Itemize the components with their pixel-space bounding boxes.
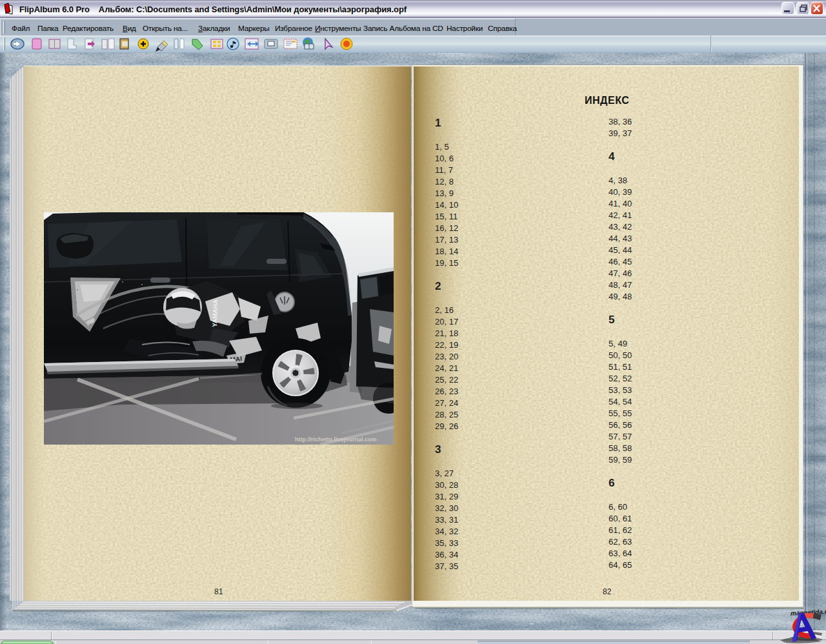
svg-text:YAMAHA: YAMAHA	[211, 299, 219, 327]
svg-text:http://richetto.livejournal.co: http://richetto.livejournal.com	[295, 436, 377, 443]
